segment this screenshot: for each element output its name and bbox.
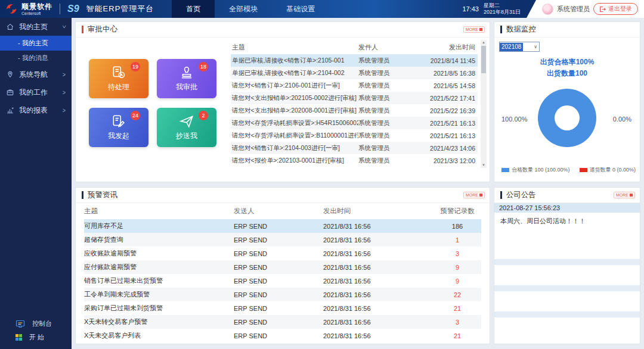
alert-time: 2021/8/31 16:56	[323, 319, 434, 326]
tile-label: 待处理	[108, 82, 129, 92]
alert-time: 2021/8/31 16:56	[323, 250, 434, 257]
briefcase-icon	[6, 88, 14, 96]
approval-tile[interactable]: 24 我发起	[89, 108, 148, 147]
approval-center-panel: 审批中心 MORE 19 待处理 18 我审批 24	[75, 21, 490, 182]
more-button[interactable]: MORE	[463, 192, 485, 198]
approval-time: 2021/5/21 16:13	[415, 120, 478, 127]
alert-row[interactable]: 超储存货查询 ERP SEND 2021/8/31 16:56 1	[84, 233, 481, 247]
alert-row[interactable]: 采购订单已过期未到货预警 ERP SEND 2021/8/31 16:56 21	[84, 301, 481, 315]
pie-label-right: 0.00%	[613, 116, 631, 123]
approval-time: 2021/6/5 14:58	[415, 82, 478, 89]
more-button[interactable]: MORE	[463, 26, 485, 33]
alert-row[interactable]: 应付账款逾期预警 ERP SEND 2021/8/31 16:56 9	[84, 260, 481, 274]
platform-title: 智能ERP管理平台	[86, 4, 154, 14]
empty-announcement-slot	[494, 311, 640, 317]
scroll-down-icon[interactable]: ▼	[482, 163, 485, 168]
approval-sender: 系统管理员	[358, 57, 415, 65]
header-user-area: 系统管理员 退出登录	[527, 0, 644, 18]
approval-tiles: 19 待处理 18 我审批 24 我发起 2	[89, 59, 216, 147]
period-select[interactable]: 202108 ∨	[499, 42, 540, 52]
approval-row[interactable]: 单据已审核,请接收<销售订单>:2104-002 系统管理员 2021/8/5 …	[231, 67, 478, 79]
scrollbar[interactable]: ▲ ▼	[481, 40, 487, 168]
more-icon	[479, 28, 482, 31]
logo-divider	[60, 4, 60, 14]
approval-sender: 系统管理员	[358, 82, 415, 90]
alert-row[interactable]: 可用库存不足 ERP SEND 2021/8/31 16:56 186	[84, 219, 481, 233]
tile-label: 我审批	[176, 82, 197, 92]
col-subject: 主题	[84, 207, 234, 216]
alert-sender: ERP SEND	[234, 236, 323, 244]
alert-row[interactable]: X天未交易客户列表 ERP SEND 2021/8/31 16:56 21	[84, 329, 481, 342]
approval-row[interactable]: 请您对<支出报销单>:202008-0001进行[审核] 系统管理员 2021/…	[231, 104, 478, 117]
sidebar-item-my-reports[interactable]: 我的报表 >	[0, 101, 72, 119]
approval-row[interactable]: 请您对<存货浮动耗损率设置>:B11000001进行[审核] 系统管理员 202…	[231, 129, 478, 142]
alert-sender: ERP SEND	[234, 250, 323, 257]
alert-row[interactable]: 工令单到期未完成预警 ERP SEND 2021/8/31 16:56 22	[84, 288, 481, 301]
legend-label: 退货数量 0 (0.00%)	[590, 166, 636, 174]
approval-rows: 单据已审核,请接收<销售订单>:2105-001 系统管理员 2021/8/14…	[231, 54, 478, 167]
alert-row[interactable]: 应收账款逾期预警 ERP SEND 2021/8/31 16:56 3	[84, 247, 481, 260]
empty-announcement-slot	[494, 265, 640, 285]
logout-button[interactable]: 退出登录	[593, 3, 638, 15]
approval-tile[interactable]: 18 我审批	[157, 59, 216, 98]
console-button[interactable]: 控制台	[0, 317, 72, 331]
empty-announcement-slot	[494, 291, 640, 311]
donut-chart	[538, 89, 596, 147]
approval-table: 主题 发件人 发出时间 单据已审核,请接收<销售订单>:2105-001 系统管…	[231, 40, 478, 167]
brand-name: 顺景软件	[21, 3, 52, 10]
panel-title: 预警资讯	[82, 191, 117, 199]
more-button[interactable]: MORE	[614, 192, 635, 198]
approval-row[interactable]: 单据已审核,请接收<销售订单>:2105-001 系统管理员 2021/8/14…	[231, 54, 478, 67]
approval-row[interactable]: 请您对<存货浮动耗损率设置>:H54R15006002进行[审核] 系统管理员 …	[231, 117, 478, 129]
approval-sender: 系统管理员	[358, 144, 415, 152]
legend-item-return: 退货数量 0 (0.00%)	[580, 166, 636, 174]
ship-qty-text: 出货数量100	[494, 68, 640, 79]
scroll-thumb[interactable]	[481, 46, 486, 73]
alert-record-count: 9	[434, 278, 481, 285]
paper-plane-icon	[179, 114, 194, 129]
alert-row[interactable]: 销售订单已过期未出货预警 ERP SEND 2021/8/31 16:56 9	[84, 274, 481, 288]
nav-home[interactable]: 首页	[172, 0, 215, 18]
nav-basic-settings[interactable]: 基础设置	[272, 0, 329, 18]
chevron-right-icon: >	[63, 107, 66, 114]
alert-subject: X天未交易客户列表	[84, 331, 234, 340]
sidebar-item-system-nav[interactable]: 系统导航 >	[0, 66, 72, 83]
alert-subject: X天未转交易客户预警	[84, 317, 234, 326]
console-label: 控制台	[32, 319, 52, 328]
announcement-content: 本周六、周日公司活动！！！	[494, 213, 640, 239]
approval-subject: 请您对<销售订单>:2104-003进行[一审]	[231, 144, 358, 152]
approval-tile[interactable]: 2 抄送我	[157, 108, 216, 147]
sidebar-item-label: 我的工作	[19, 88, 48, 98]
approval-subject: 请您对<支出报销单>:202008-0001进行[审核]	[231, 107, 358, 115]
approval-tile[interactable]: 19 待处理	[89, 59, 148, 98]
approval-subject: 请您对<销售订单>:2106-001进行[一审]	[231, 82, 358, 90]
home-icon	[6, 23, 14, 31]
chevron-right-icon: >	[63, 89, 66, 96]
sidebar-subitem-my-messages[interactable]: 我的消息	[0, 51, 72, 66]
alerts-table-header: 主题 发送人 发出时间 预警记录数	[84, 203, 481, 219]
brand-logo-icon	[5, 2, 18, 15]
announcements-panel: 公司公告 MORE 2021-08-27 15:56:23 本周六、周日公司活动…	[494, 187, 640, 344]
approval-row[interactable]: 请您对<支出报销单>:202105-0002进行[审核] 系统管理员 2021/…	[231, 92, 478, 104]
approval-row[interactable]: 请您对<销售订单>:2104-003进行[一审] 系统管理员 2021/4/23…	[231, 142, 478, 154]
nav-all-modules[interactable]: 全部模块	[215, 0, 272, 18]
scroll-up-icon[interactable]: ▲	[482, 40, 485, 45]
announcement-item[interactable]: 2021-08-27 15:56:23 本周六、周日公司活动！！！	[494, 203, 640, 239]
approval-subject: 单据已审核,请接收<销售订单>:2104-002	[231, 69, 358, 77]
sidebar-subitem-my-home[interactable]: 我的主页	[0, 36, 72, 51]
sidebar-item-my-home[interactable]: 我的主页 >	[0, 18, 72, 36]
legend-label: 合格数量 100 (100.00%)	[512, 166, 570, 174]
doc-edit-icon	[111, 114, 126, 129]
start-button[interactable]: 开 始	[0, 331, 72, 344]
user-avatar[interactable]	[542, 4, 553, 15]
approval-row[interactable]: 请您对<报价单>:202103-0001进行[审核] 系统管理员 2021/3/…	[231, 154, 478, 167]
approval-time: 2021/8/14 11:45	[415, 57, 478, 64]
alert-row[interactable]: X天未转交易客户预警 ERP SEND 2021/8/31 16:56 3	[84, 315, 481, 329]
alert-record-count: 3	[434, 250, 481, 257]
more-label: MORE	[616, 193, 628, 197]
approval-row[interactable]: 请您对<销售订单>:2106-001进行[一审] 系统管理员 2021/6/5 …	[231, 79, 478, 92]
sidebar-item-my-work[interactable]: 我的工作 >	[0, 83, 72, 101]
console-icon	[16, 320, 25, 328]
more-label: MORE	[466, 193, 478, 197]
alert-sender: ERP SEND	[234, 223, 323, 230]
